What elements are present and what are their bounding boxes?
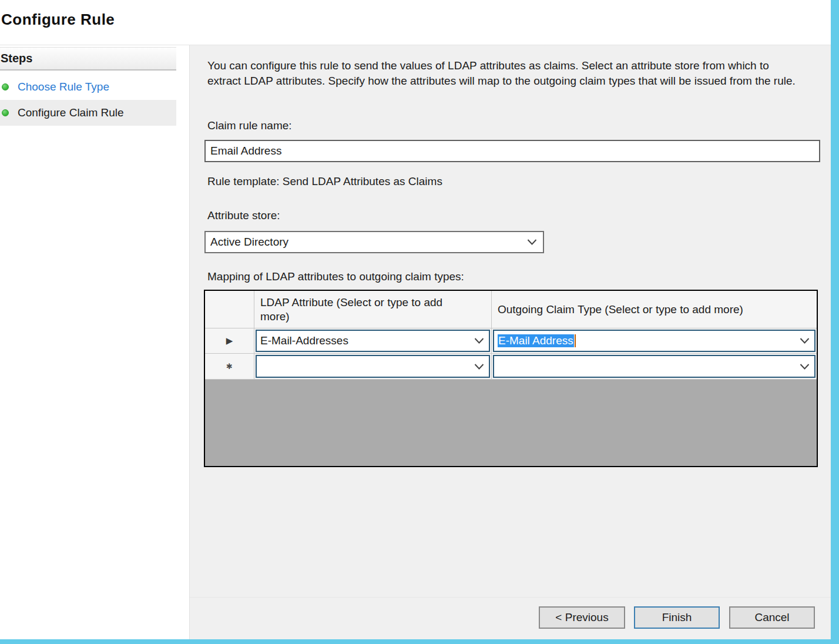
text-caret — [575, 334, 576, 347]
attribute-store-value: Active Directory — [210, 236, 288, 249]
chevron-down-icon — [474, 334, 484, 347]
attribute-store-select[interactable]: Active Directory — [204, 231, 544, 253]
footer-divider — [190, 597, 831, 598]
step-complete-icon — [2, 83, 9, 90]
outgoing-claim-type-cell: E-Mail Address — [492, 328, 817, 354]
attribute-store-label: Attribute store: — [207, 209, 280, 222]
sidebar-item-label: Configure Claim Rule — [18, 106, 124, 119]
ldap-attribute-select-row2[interactable] — [256, 355, 490, 378]
step-complete-icon — [2, 109, 9, 116]
claim-rule-name-input[interactable] — [204, 140, 820, 162]
row-selector-current[interactable]: ▶ — [205, 328, 254, 354]
outgoing-claim-type-select-row1[interactable]: E-Mail Address — [493, 330, 815, 352]
selected-text: E-Mail Address — [498, 334, 574, 347]
page-title: Configure Rule — [1, 11, 115, 29]
ldap-mapping-table: LDAP Attribute (Select or type to add mo… — [204, 290, 818, 467]
window-edge-right — [831, 0, 839, 644]
finish-button[interactable]: Finish — [634, 606, 720, 629]
new-row-asterisk-icon: ✱ — [226, 362, 233, 371]
chevron-down-icon — [474, 360, 484, 373]
steps-header-panel: Steps — [0, 47, 176, 71]
table-row-new: ✱ — [205, 354, 817, 380]
outgoing-claim-type-column-header: Outgoing Claim Type (Select or type to a… — [492, 291, 817, 328]
ldap-attribute-cell — [254, 354, 492, 380]
title-band: Configure Rule — [0, 0, 831, 45]
sidebar-item-label: Choose Rule Type — [18, 80, 109, 93]
claim-rule-name-label: Claim rule name: — [207, 119, 292, 132]
sidebar-item-choose-rule-type[interactable]: Choose Rule Type — [0, 75, 176, 99]
outgoing-claim-type-cell — [492, 354, 817, 380]
row-selector-new[interactable]: ✱ — [205, 354, 254, 380]
mapping-label: Mapping of LDAP attributes to outgoing c… — [207, 270, 464, 283]
ldap-attribute-select-row1[interactable]: E-Mail-Addresses — [256, 330, 490, 352]
chevron-down-icon — [800, 360, 810, 373]
content-panel: You can configure this rule to send the … — [189, 45, 831, 639]
current-row-arrow-icon: ▶ — [226, 336, 233, 346]
chevron-down-icon — [800, 334, 810, 347]
row-selector-header-cell — [205, 291, 254, 328]
rule-template-text: Rule template: Send LDAP Attributes as C… — [207, 175, 442, 188]
outgoing-claim-type-select-row2[interactable] — [493, 355, 815, 378]
ldap-attribute-value: E-Mail-Addresses — [260, 334, 348, 347]
ldap-attribute-column-header: LDAP Attribute (Select or type to add mo… — [254, 291, 492, 328]
table-row: ▶ E-Mail-Addresses E-Mail Address — [205, 328, 817, 354]
rule-description: You can configure this rule to send the … — [207, 58, 804, 89]
configure-rule-dialog: Configure Rule Steps Choose Rule Type Co… — [0, 0, 839, 644]
table-header-row: LDAP Attribute (Select or type to add mo… — [205, 291, 817, 328]
steps-heading: Steps — [0, 52, 32, 65]
previous-button[interactable]: < Previous — [539, 606, 625, 629]
window-edge-bottom — [0, 639, 839, 644]
chevron-down-icon — [527, 236, 537, 249]
steps-sidebar: Steps Choose Rule Type Configure Claim R… — [0, 46, 189, 639]
sidebar-item-configure-claim-rule[interactable]: Configure Claim Rule — [0, 100, 176, 126]
ldap-attribute-cell: E-Mail-Addresses — [254, 328, 492, 354]
cancel-button[interactable]: Cancel — [729, 606, 815, 629]
